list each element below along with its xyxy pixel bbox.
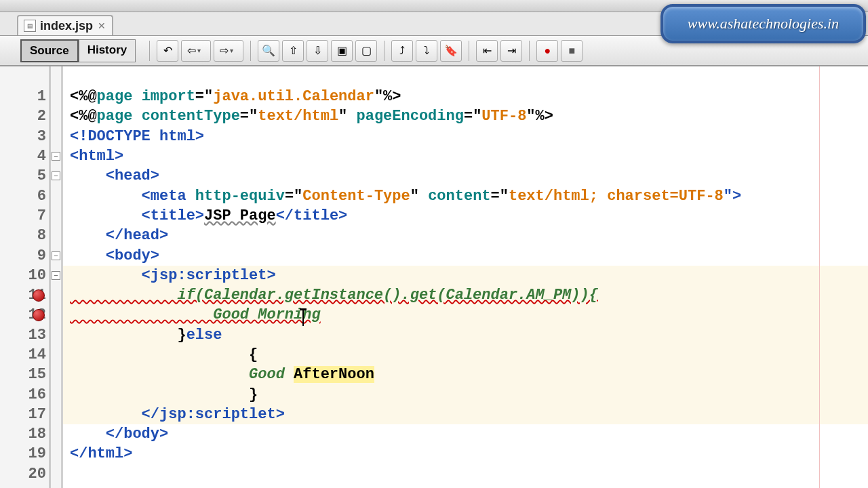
file-tab-label: index.jsp — [40, 19, 93, 33]
find-next-button[interactable]: ⇩ — [307, 40, 328, 62]
find-prev-button[interactable]: ⇧ — [282, 40, 304, 62]
code-text-area[interactable]: <%@page import="java.util.Calendar"%> <%… — [63, 66, 868, 488]
line-number: 15 — [0, 365, 46, 384]
jsp-file-icon: ▤ — [24, 20, 36, 32]
line-number: 4 — [0, 146, 46, 166]
toggle-rect-select-button[interactable]: ▢ — [355, 40, 377, 62]
file-tab-index-jsp[interactable]: ▤ index.jsp ✕ — [17, 15, 113, 35]
back-nav-button[interactable]: ⇦▾ — [181, 40, 211, 62]
line-number: 19 — [0, 444, 46, 464]
line-number: 17 — [0, 405, 46, 424]
find-button[interactable]: 🔍 — [258, 40, 279, 62]
line-number: 7 — [0, 206, 46, 226]
line-number: 3 — [0, 127, 46, 146]
line-number: 18 — [0, 424, 46, 444]
line-number: 2 — [0, 106, 46, 126]
fold-toggle-icon[interactable]: − — [52, 251, 60, 260]
fold-toggle-icon[interactable]: − — [52, 171, 60, 180]
line-number: 1 — [0, 87, 46, 106]
prev-bookmark-button[interactable]: ⤴ — [391, 40, 413, 62]
source-view-tab[interactable]: Source — [20, 39, 79, 62]
fold-gutter: − − − − — [51, 66, 63, 488]
editor-area: 1 2 3 4 5 6 7 8 9 10 11 12 13 14 15 16 1… — [0, 66, 868, 488]
watermark-badge: www.ashatechnologies.in — [660, 4, 866, 43]
toolbar-divider — [250, 41, 251, 61]
watermark-text: www.ashatechnologies.in — [688, 15, 839, 33]
fold-toggle-icon[interactable]: − — [52, 271, 60, 280]
toolbar-divider — [469, 41, 469, 61]
toolbar-divider — [149, 41, 150, 61]
toggle-bookmark-button[interactable]: 🔖 — [440, 40, 462, 62]
macro-record-button[interactable]: ● — [536, 40, 558, 62]
toolbar-divider — [529, 41, 530, 61]
fold-toggle-icon[interactable]: − — [52, 152, 60, 161]
toggle-highlight-button[interactable]: ▣ — [331, 40, 353, 62]
close-tab-icon[interactable]: ✕ — [97, 21, 106, 30]
toolbar-divider — [384, 41, 384, 61]
line-number: 20 — [0, 464, 46, 484]
line-number: 9 — [0, 245, 46, 265]
line-number: 14 — [0, 345, 46, 365]
line-number: 12 — [0, 305, 46, 325]
shift-right-button[interactable]: ⇥ — [500, 40, 522, 62]
line-number: 11 — [0, 285, 46, 305]
error-icon[interactable] — [33, 309, 45, 321]
line-number: 10 — [0, 266, 46, 285]
last-edit-button[interactable]: ↶ — [157, 40, 178, 62]
next-bookmark-button[interactable]: ⤵ — [416, 40, 437, 62]
history-view-tab[interactable]: History — [79, 39, 136, 62]
line-number: 8 — [0, 226, 46, 245]
forward-nav-button[interactable]: ⇨▾ — [214, 40, 243, 62]
line-number-gutter: 1 2 3 4 5 6 7 8 9 10 11 12 13 14 15 16 1… — [0, 66, 51, 488]
line-number: 13 — [0, 325, 46, 345]
line-number: 16 — [0, 384, 46, 404]
line-number: 5 — [0, 166, 46, 186]
line-number: 6 — [0, 186, 46, 205]
right-margin-line — [819, 66, 820, 488]
shift-left-button[interactable]: ⇤ — [476, 40, 498, 62]
macro-stop-button[interactable]: ■ — [561, 40, 583, 62]
error-icon[interactable] — [33, 289, 45, 302]
